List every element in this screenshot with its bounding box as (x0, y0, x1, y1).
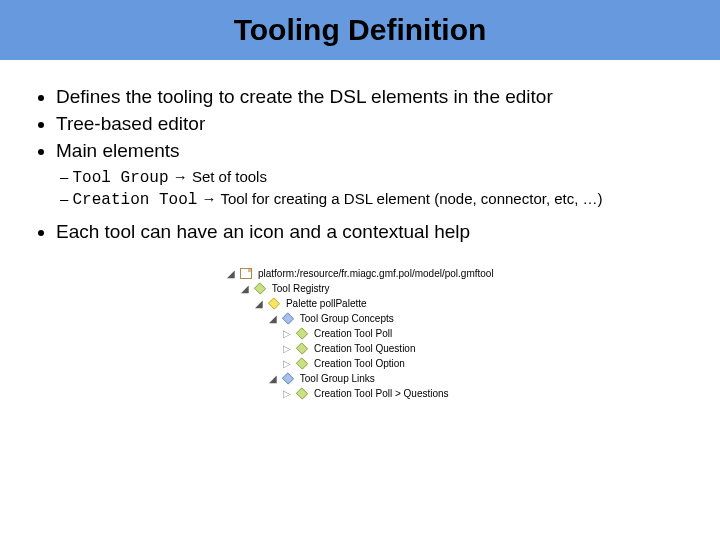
slide-title: Tooling Definition (234, 13, 487, 47)
sub-bullet-item: Creation Tool → Tool for creating a DSL … (60, 190, 690, 210)
bullet-list: Defines the tooling to create the DSL el… (30, 85, 690, 162)
tree-label: Creation Tool Option (314, 358, 405, 369)
tree-leaf: ▷ Creation Tool Poll > Questions (282, 386, 493, 401)
tree-leaf: ▷ Creation Tool Question (282, 341, 493, 356)
expand-icon: ◢ (254, 296, 264, 311)
arrow-icon: → (173, 168, 188, 185)
bullet-list: Each tool can have an icon and a context… (30, 220, 690, 244)
bullet-item: Main elements (56, 139, 690, 163)
diamond-icon (254, 282, 266, 294)
diamond-icon (296, 327, 308, 339)
tree-root: ◢ platform:/resource/fr.miagc.gmf.pol/mo… (226, 266, 493, 401)
tree-label: platform:/resource/fr.miagc.gmf.pol/mode… (258, 268, 494, 279)
slide-content: Defines the tooling to create the DSL el… (0, 60, 720, 401)
bullet-item: Each tool can have an icon and a context… (56, 220, 690, 244)
file-icon (240, 268, 252, 279)
collapse-icon: ▷ (282, 341, 292, 356)
tree-label: Creation Tool Poll > Questions (314, 388, 449, 399)
tree-node: ◢ Palette pollPalette ◢ Tool Group Conce… (254, 296, 493, 401)
tree-label: Creation Tool Poll (314, 328, 392, 339)
tree-label: Creation Tool Question (314, 343, 416, 354)
expand-icon: ◢ (240, 281, 250, 296)
collapse-icon: ▷ (282, 326, 292, 341)
tree-label: Tool Group Concepts (300, 313, 394, 324)
expand-icon: ◢ (268, 311, 278, 326)
code-text: Tool Group (73, 169, 169, 187)
tree-node: ◢ Tool Group Links ▷ Creatio (268, 371, 493, 401)
tree-view-image: ◢ platform:/resource/fr.miagc.gmf.pol/mo… (30, 266, 690, 401)
diamond-icon (282, 372, 294, 384)
tree: ◢ platform:/resource/fr.miagc.gmf.pol/mo… (226, 266, 493, 401)
tree-label: Palette pollPalette (286, 298, 367, 309)
sub-bullet-item: Tool Group → Set of tools (60, 168, 690, 188)
sub-bullet-list: Tool Group → Set of tools Creation Tool … (30, 168, 690, 210)
tree-leaf: ▷ Creation Tool Poll (282, 326, 493, 341)
expand-icon: ◢ (268, 371, 278, 386)
tree-node: ◢ Tool Registry ◢ Palette pollPalette (240, 281, 493, 401)
tree-node: ◢ Tool Group Concepts ▷ Crea (268, 311, 493, 371)
bullet-item: Tree-based editor (56, 112, 690, 136)
diamond-icon (296, 342, 308, 354)
arrow-icon: → (202, 190, 217, 207)
diamond-icon (282, 312, 294, 324)
diamond-icon (296, 387, 308, 399)
tree-leaf: ▷ Creation Tool Option (282, 356, 493, 371)
collapse-icon: ▷ (282, 386, 292, 401)
sub-desc: Set of tools (192, 168, 267, 185)
sub-desc: Tool for creating a DSL element (node, c… (220, 190, 602, 207)
tree-label: Tool Group Links (300, 373, 375, 384)
code-text: Creation Tool (73, 191, 198, 209)
diamond-icon (268, 297, 280, 309)
expand-icon: ◢ (226, 266, 236, 281)
diamond-icon (296, 357, 308, 369)
collapse-icon: ▷ (282, 356, 292, 371)
tree-label: Tool Registry (272, 283, 330, 294)
title-bar: Tooling Definition (0, 0, 720, 60)
bullet-item: Defines the tooling to create the DSL el… (56, 85, 690, 109)
